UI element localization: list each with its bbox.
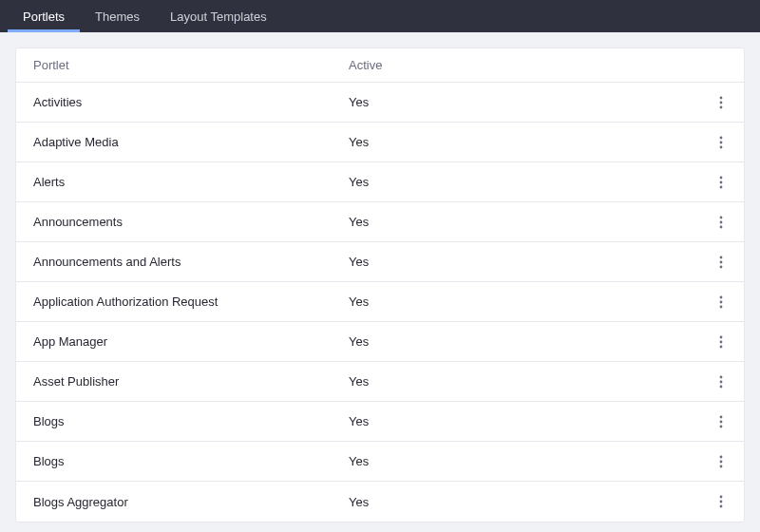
portlet-name: Blogs xyxy=(16,414,349,428)
svg-point-13 xyxy=(720,260,723,263)
kebab-icon[interactable] xyxy=(710,410,732,433)
svg-point-19 xyxy=(720,340,723,343)
portlet-active: Yes xyxy=(349,334,698,349)
nav-tab-layout-templates[interactable]: Layout Templates xyxy=(155,0,282,32)
portlet-name: Blogs Aggregator xyxy=(16,495,349,509)
row-actions xyxy=(698,171,744,194)
svg-point-24 xyxy=(720,415,723,418)
table-row[interactable]: AnnouncementsYes xyxy=(16,202,744,242)
nav-tab-portlets[interactable]: Portlets xyxy=(8,0,80,32)
table-row[interactable]: Application Authorization RequestYes xyxy=(16,282,744,322)
table-row[interactable]: ActivitiesYes xyxy=(16,83,744,123)
portlet-name: App Manager xyxy=(16,334,349,349)
svg-point-9 xyxy=(720,216,723,218)
svg-point-29 xyxy=(720,465,723,467)
svg-point-28 xyxy=(720,460,723,463)
portlet-name: Activities xyxy=(16,95,349,109)
svg-point-32 xyxy=(720,505,723,508)
table-row[interactable]: Asset PublisherYes xyxy=(16,362,744,402)
kebab-icon[interactable] xyxy=(710,211,732,234)
svg-point-26 xyxy=(720,425,723,428)
portlet-active: Yes xyxy=(349,255,698,269)
row-actions xyxy=(698,370,744,393)
svg-point-20 xyxy=(720,345,723,348)
portlet-active: Yes xyxy=(349,414,698,428)
svg-point-16 xyxy=(720,300,723,303)
portlet-name: Alerts xyxy=(16,175,349,189)
svg-point-12 xyxy=(720,256,723,258)
svg-point-15 xyxy=(720,295,723,298)
portlet-active: Yes xyxy=(349,294,698,309)
kebab-icon[interactable] xyxy=(710,450,732,473)
row-actions xyxy=(698,450,744,473)
row-actions xyxy=(698,251,744,274)
svg-point-17 xyxy=(720,305,723,308)
content-area: Portlet Active ActivitiesYesAdaptive Med… xyxy=(0,32,760,532)
row-actions xyxy=(698,490,744,513)
portlet-name: Adaptive Media xyxy=(16,135,349,149)
table-row[interactable]: Announcements and AlertsYes xyxy=(16,242,744,282)
svg-point-18 xyxy=(720,335,723,338)
nav-tab-themes[interactable]: Themes xyxy=(80,0,155,32)
kebab-icon[interactable] xyxy=(710,490,732,513)
portlet-table: Portlet Active ActivitiesYesAdaptive Med… xyxy=(15,48,745,522)
svg-point-11 xyxy=(720,225,723,228)
portlet-name: Announcements xyxy=(16,215,349,229)
kebab-icon[interactable] xyxy=(710,251,732,274)
portlet-active: Yes xyxy=(349,495,698,509)
row-actions xyxy=(698,410,744,433)
table-row[interactable]: Adaptive MediaYes xyxy=(16,123,744,162)
portlet-name: Application Authorization Request xyxy=(16,294,349,309)
svg-point-25 xyxy=(720,420,723,423)
portlet-active: Yes xyxy=(349,454,698,468)
svg-point-30 xyxy=(720,496,723,499)
svg-point-6 xyxy=(720,176,723,179)
top-navbar: PortletsThemesLayout Templates xyxy=(0,0,760,32)
portlet-active: Yes xyxy=(349,175,698,189)
table-row[interactable]: BlogsYes xyxy=(16,402,744,442)
portlet-active: Yes xyxy=(349,374,698,389)
row-actions xyxy=(698,331,744,353)
kebab-icon[interactable] xyxy=(710,91,732,114)
svg-point-3 xyxy=(720,136,723,139)
row-actions xyxy=(698,291,744,314)
row-actions xyxy=(698,91,744,114)
svg-point-5 xyxy=(720,145,723,148)
svg-point-4 xyxy=(720,141,723,143)
kebab-icon[interactable] xyxy=(710,291,732,314)
table-row[interactable]: App ManagerYes xyxy=(16,322,744,362)
svg-point-2 xyxy=(720,105,723,108)
svg-point-23 xyxy=(720,385,723,388)
svg-point-31 xyxy=(720,501,723,504)
portlet-name: Asset Publisher xyxy=(16,374,349,389)
svg-point-22 xyxy=(720,380,723,383)
portlet-active: Yes xyxy=(349,95,698,109)
header-portlet: Portlet xyxy=(16,58,349,72)
svg-point-7 xyxy=(720,180,723,183)
svg-point-0 xyxy=(720,96,723,99)
svg-point-10 xyxy=(720,220,723,223)
svg-point-14 xyxy=(720,265,723,268)
row-actions xyxy=(698,131,744,154)
kebab-icon[interactable] xyxy=(710,370,732,393)
svg-point-27 xyxy=(720,455,723,458)
header-active: Active xyxy=(349,58,698,72)
table-row[interactable]: Blogs AggregatorYes xyxy=(16,482,744,522)
svg-point-1 xyxy=(720,101,723,104)
kebab-icon[interactable] xyxy=(710,331,732,353)
portlet-name: Blogs xyxy=(16,454,349,468)
svg-point-8 xyxy=(720,185,723,188)
svg-point-21 xyxy=(720,375,723,378)
portlet-active: Yes xyxy=(349,135,698,149)
table-row[interactable]: BlogsYes xyxy=(16,442,744,482)
kebab-icon[interactable] xyxy=(710,131,732,154)
portlet-name: Announcements and Alerts xyxy=(16,255,349,269)
table-row[interactable]: AlertsYes xyxy=(16,162,744,202)
table-header-row: Portlet Active xyxy=(16,48,744,83)
row-actions xyxy=(698,211,744,234)
kebab-icon[interactable] xyxy=(710,171,732,194)
portlet-active: Yes xyxy=(349,215,698,229)
